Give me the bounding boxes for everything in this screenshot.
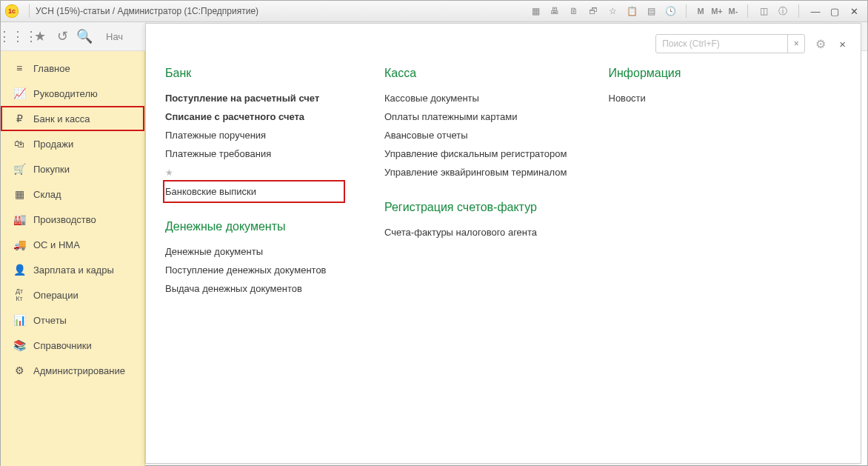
star-icon[interactable]: ☆: [604, 3, 621, 19]
reports-icon: 📊: [11, 314, 27, 326]
favorite-star-icon[interactable]: ★: [165, 167, 173, 178]
column-cash: Касса Кассовые документы Оплаты платежны…: [384, 67, 567, 298]
sidebar-item-label: Производство: [33, 214, 96, 225]
person-icon: 👤: [11, 264, 27, 276]
mem-mplus[interactable]: M+: [709, 4, 725, 19]
print-icon[interactable]: 🖶: [547, 3, 563, 19]
sidebar-item-label: Продажи: [33, 139, 73, 150]
sidebar-item-production[interactable]: 🏭 Производство: [1, 207, 144, 232]
bag-icon: 🛍: [11, 138, 27, 150]
truck-icon: 🚚: [11, 239, 27, 250]
sidebar-item-bank[interactable]: ₽ Банк и касса: [1, 106, 144, 131]
menu-icon: ≡: [11, 62, 27, 74]
clipboard-icon[interactable]: 📋: [624, 3, 640, 19]
link-payment-orders[interactable]: Платежные поручения: [165, 126, 343, 144]
link-bank-statements-row: ★Банковские выписки: [165, 163, 343, 201]
link-writeoff[interactable]: Списание с расчетного счета: [165, 107, 343, 126]
sidebar-item-label: Операции: [33, 290, 79, 301]
link-income[interactable]: Поступление на расчетный счет: [165, 89, 343, 107]
app-window: 1c УСН (15%)-статьи / Администратор (1С:…: [0, 0, 868, 466]
divider: [686, 4, 687, 18]
clear-search-icon[interactable]: ×: [787, 35, 804, 53]
apps-icon[interactable]: ⋮⋮⋮: [7, 25, 29, 47]
section-title-info[interactable]: Информация: [609, 67, 787, 80]
section-title-cash[interactable]: Касса: [384, 67, 567, 80]
factory-icon: 🏭: [11, 213, 27, 225]
sidebar-item-label: Главное: [33, 63, 70, 74]
sidebar: ≡ Главное 📈 Руководителю ₽ Банк и касса …: [1, 51, 145, 466]
ruble-icon: ₽: [11, 113, 27, 124]
sidebar-item-operations[interactable]: Дт Кт Операции: [1, 282, 144, 307]
search-input[interactable]: [656, 39, 787, 49]
sidebar-item-reports[interactable]: 📊 Отчеты: [1, 307, 144, 333]
link-advance-reports[interactable]: Авансовые отчеты: [384, 126, 567, 144]
link-money-docs[interactable]: Денежные документы: [165, 242, 343, 261]
settings-icon[interactable]: ⚙: [815, 37, 826, 51]
favorites-icon[interactable]: ★: [29, 25, 51, 47]
gear-icon: ⚙: [11, 365, 27, 376]
column-info: Информация Новости: [609, 67, 787, 298]
column-bank: Банк Поступление на расчетный счет Списа…: [165, 67, 343, 298]
history-icon[interactable]: 🕓: [662, 3, 678, 19]
chart-icon: 📈: [11, 87, 27, 99]
link-payment-requests[interactable]: Платежные требования: [165, 144, 343, 163]
window-title: УСН (15%)-статьи / Администратор (1С:Пре…: [36, 6, 258, 16]
sidebar-item-label: Отчеты: [33, 315, 67, 326]
link-cash-docs[interactable]: Кассовые документы: [384, 89, 567, 107]
sidebar-item-manager[interactable]: 📈 Руководителю: [1, 81, 144, 106]
sidebar-item-label: Склад: [33, 189, 61, 200]
cart-icon: 🛒: [11, 163, 27, 175]
section-title-bank[interactable]: Банк: [165, 67, 343, 80]
divider: [798, 4, 799, 18]
sidebar-item-admin[interactable]: ⚙ Администрирование: [1, 358, 144, 383]
tab-hint: Нач: [106, 31, 123, 42]
sidebar-item-sales[interactable]: 🛍 Продажи: [1, 131, 144, 156]
doc-icon[interactable]: 🗎: [566, 3, 582, 19]
divider: [29, 4, 30, 18]
section-title-invoices[interactable]: Регистрация счетов-фактур: [384, 201, 567, 214]
link-tax-agent-invoices[interactable]: Счета-фактуры налогового агента: [384, 223, 567, 242]
sidebar-item-catalogs[interactable]: 📚 Справочники: [1, 333, 144, 358]
calc-icon[interactable]: 🗗: [585, 3, 601, 19]
link-money-docs-in[interactable]: Поступление денежных документов: [165, 261, 343, 279]
section-title-money-docs[interactable]: Денежные документы: [165, 220, 343, 233]
link-acquiring[interactable]: Управление эквайринговым терминалом: [384, 163, 567, 182]
close-button[interactable]: ✕: [845, 4, 863, 18]
info-icon[interactable]: ⓘ: [775, 3, 791, 19]
mem-mminus[interactable]: M-: [725, 4, 741, 19]
sidebar-item-purchases[interactable]: 🛒 Покупки: [1, 156, 144, 182]
sidebar-item-hr[interactable]: 👤 Зарплата и кадры: [1, 257, 144, 282]
maximize-button[interactable]: ▢: [826, 4, 844, 18]
toolbar-icon[interactable]: ▦: [527, 3, 544, 19]
sidebar-item-label: Справочники: [33, 340, 92, 351]
sidebar-item-label: Администрирование: [33, 365, 125, 376]
sidebar-item-label: Покупки: [33, 164, 70, 175]
link-card-payments[interactable]: Оплаты платежными картами: [384, 107, 567, 126]
panel-close-icon[interactable]: ×: [839, 38, 846, 50]
panes-icon[interactable]: ◫: [755, 3, 772, 19]
app-logo-icon: 1c: [5, 4, 19, 18]
dtkt-icon: Дт Кт: [11, 287, 27, 302]
divider: [747, 4, 748, 18]
link-news[interactable]: Новости: [609, 89, 787, 107]
sidebar-item-label: ОС и НМА: [33, 239, 80, 250]
sidebar-item-label: Банк и касса: [33, 113, 90, 124]
mem-m[interactable]: M: [692, 4, 709, 19]
grid-icon: ▦: [11, 188, 27, 200]
link-money-docs-out[interactable]: Выдача денежных документов: [165, 279, 343, 298]
link-fiscal[interactable]: Управление фискальным регистратором: [384, 144, 567, 163]
sidebar-item-assets[interactable]: 🚚 ОС и НМА: [1, 232, 144, 257]
search-field[interactable]: ×: [655, 34, 805, 53]
history-icon[interactable]: ↺: [51, 25, 73, 47]
list-icon[interactable]: ▤: [643, 3, 659, 19]
sidebar-item-label: Зарплата и кадры: [33, 264, 114, 276]
titlebar: 1c УСН (15%)-статьи / Администратор (1С:…: [1, 1, 867, 22]
sidebar-item-label: Руководителю: [33, 88, 98, 99]
link-bank-statements[interactable]: Банковские выписки: [165, 182, 343, 201]
sidebar-item-warehouse[interactable]: ▦ Склад: [1, 182, 144, 207]
functions-panel: × ⚙ × Банк Поступление на расчетный счет…: [145, 23, 861, 464]
search-icon[interactable]: 🔍: [73, 25, 96, 47]
minimize-button[interactable]: —: [807, 4, 824, 18]
columns: Банк Поступление на расчетный счет Списа…: [165, 67, 846, 298]
sidebar-item-main[interactable]: ≡ Главное: [1, 56, 144, 81]
